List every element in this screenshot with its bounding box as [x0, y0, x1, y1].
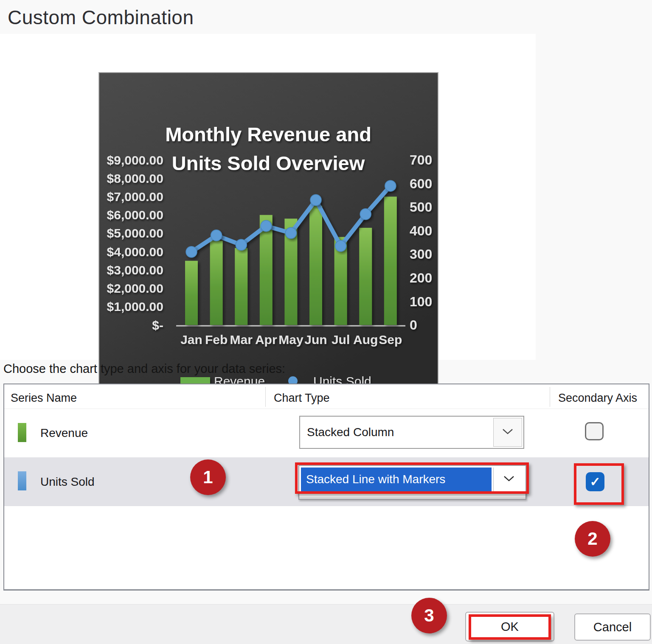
annotation-step-1-number: 1: [203, 467, 213, 487]
units-sold-chart-type-dropdown[interactable]: Stacked Line with Markers: [298, 465, 526, 500]
svg-text:$1,000.00: $1,000.00: [107, 300, 163, 314]
svg-text:Feb: Feb: [205, 333, 228, 347]
svg-text:$6,000.00: $6,000.00: [107, 208, 163, 222]
revenue-series-swatch: [18, 423, 26, 442]
custom-combination-dialog: Custom Combination Monthly Revenue andUn…: [0, 0, 652, 644]
cancel-button-label: Cancel: [593, 620, 632, 634]
units-sold-chart-type-value: Stacked Line with Markers: [301, 468, 492, 491]
svg-text:700: 700: [410, 152, 432, 168]
header-chart-type: Chart Type: [274, 392, 330, 405]
svg-text:$7,000.00: $7,000.00: [107, 190, 163, 204]
svg-text:Jan: Jan: [180, 333, 202, 347]
revenue-chart-type-dropdown-button[interactable]: [493, 418, 522, 447]
combo-chart-svg: Monthly Revenue andUnits Sold Overview$-…: [98, 72, 438, 392]
cancel-button[interactable]: Cancel: [574, 613, 651, 641]
chart-preview-panel: Monthly Revenue andUnits Sold Overview$-…: [0, 34, 536, 360]
ok-button-label: OK: [501, 620, 519, 634]
svg-text:$-: $-: [152, 318, 163, 332]
svg-text:Units Sold Overview: Units Sold Overview: [172, 152, 365, 174]
chevron-down-icon: [502, 428, 513, 437]
chevron-down-icon: [503, 475, 514, 484]
annotation-step-3-number: 3: [424, 605, 434, 626]
header-series-name: Series Name: [11, 392, 77, 405]
header-divider: [550, 387, 550, 407]
table-row-revenue[interactable]: Revenue Stacked Column: [4, 409, 649, 457]
svg-text:$4,000.00: $4,000.00: [107, 245, 163, 259]
svg-text:Aug: Aug: [353, 333, 378, 347]
annotation-step-3: 3: [411, 598, 447, 633]
svg-text:500: 500: [410, 199, 432, 215]
revenue-chart-type-dropdown[interactable]: Stacked Column: [299, 416, 524, 449]
svg-text:200: 200: [410, 270, 432, 286]
svg-text:$3,000.00: $3,000.00: [107, 263, 163, 277]
svg-text:$8,000.00: $8,000.00: [107, 171, 163, 185]
dialog-title: Custom Combination: [8, 6, 194, 29]
svg-text:$5,000.00: $5,000.00: [107, 226, 163, 240]
svg-text:$2,000.00: $2,000.00: [107, 281, 163, 295]
svg-text:May: May: [278, 333, 304, 347]
svg-text:100: 100: [410, 294, 432, 309]
annotation-step-2: 2: [575, 521, 610, 557]
svg-text:Apr: Apr: [255, 333, 277, 347]
units-sold-chart-type-dropdown-button[interactable]: [493, 468, 524, 491]
checkmark-icon: ✓: [590, 474, 600, 489]
svg-text:300: 300: [410, 246, 432, 262]
header-divider: [265, 387, 266, 407]
svg-text:Sep: Sep: [379, 333, 402, 347]
svg-text:0: 0: [410, 317, 417, 333]
combo-chart-preview: Monthly Revenue andUnits Sold Overview$-…: [98, 72, 438, 392]
svg-text:Mar: Mar: [230, 333, 253, 347]
annotation-step-1: 1: [190, 459, 226, 495]
header-secondary-axis: Secondary Axis: [558, 392, 637, 405]
ok-button[interactable]: OK: [465, 612, 554, 641]
svg-text:$9,000.00: $9,000.00: [107, 153, 163, 167]
units-sold-series-swatch: [18, 471, 26, 490]
revenue-chart-type-value: Stacked Column: [307, 417, 394, 448]
series-table: Series Name Chart Type Secondary Axis Re…: [3, 384, 649, 591]
svg-text:400: 400: [410, 223, 432, 238]
units-sold-secondary-axis-checkbox[interactable]: ✓: [586, 472, 604, 491]
units-sold-series-label: Units Sold: [40, 457, 95, 506]
revenue-secondary-axis-checkbox[interactable]: [585, 422, 604, 440]
annotation-step-2-number: 2: [587, 529, 597, 549]
svg-text:Monthly Revenue and: Monthly Revenue and: [165, 123, 371, 146]
revenue-series-label: Revenue: [40, 409, 88, 457]
svg-text:600: 600: [410, 176, 432, 191]
instruction-text: Choose the chart type and axis for your …: [3, 362, 285, 376]
svg-text:Jul: Jul: [332, 333, 350, 347]
svg-text:Jun: Jun: [304, 333, 327, 347]
